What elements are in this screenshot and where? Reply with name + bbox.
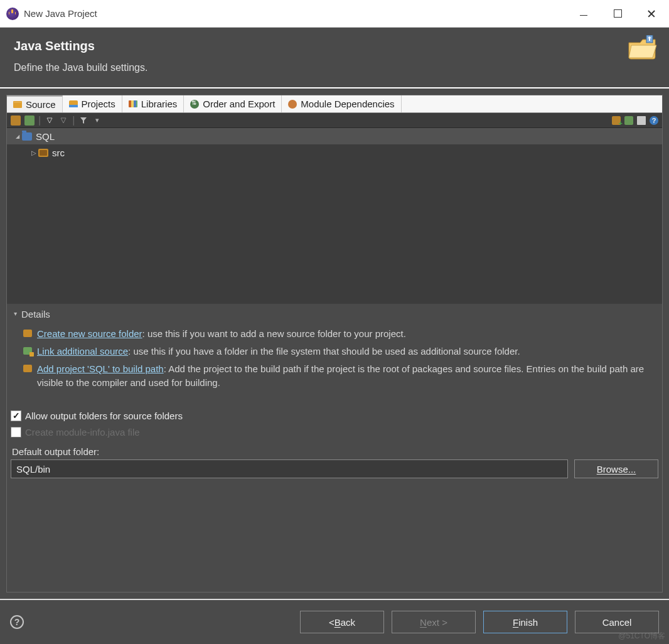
projects-tab-icon bbox=[69, 100, 78, 107]
titlebar: New Java Project bbox=[0, 0, 669, 28]
window-title: New Java Project bbox=[24, 8, 576, 19]
checkbox-create-moduleinfo: Create module-info.java file bbox=[11, 424, 658, 440]
order-tab-icon bbox=[190, 100, 199, 109]
libraries-tab-icon bbox=[129, 100, 137, 107]
finish-button[interactable]: Finish bbox=[483, 611, 567, 633]
link-source-icon[interactable] bbox=[24, 115, 35, 126]
default-output-field[interactable] bbox=[11, 459, 568, 478]
default-output-label: Default output folder: bbox=[12, 446, 658, 457]
link-additional-source[interactable]: Link additional source bbox=[37, 346, 128, 357]
details-heading[interactable]: Details bbox=[14, 309, 655, 319]
minimize-button[interactable] bbox=[576, 6, 591, 21]
expand-icon[interactable] bbox=[13, 134, 22, 139]
tab-order-export[interactable]: Order and Export bbox=[184, 95, 282, 112]
maximize-button[interactable] bbox=[610, 6, 625, 21]
link-create-source-folder[interactable]: Create new source folder bbox=[37, 328, 142, 339]
link-source-small-icon bbox=[23, 347, 32, 355]
page-title: Java Settings bbox=[14, 39, 655, 53]
browse-button[interactable]: Browse... bbox=[574, 459, 658, 478]
tab-libraries-label: Libraries bbox=[141, 99, 178, 109]
checkbox-allow-output[interactable]: Allow output folders for source folders bbox=[11, 407, 658, 424]
detail-create-source: Create new source folder: use this if yo… bbox=[23, 327, 655, 341]
detail-add-buildpath: Add project 'SQL' to build path: Add the… bbox=[23, 362, 655, 390]
detail-link-source-text: : use this if you have a folder in the f… bbox=[128, 346, 520, 357]
checkbox-icon bbox=[11, 427, 21, 437]
page-subtitle: Define the Java build settings. bbox=[14, 62, 655, 73]
tabstrip: Source Projects Libraries Order and Expo… bbox=[7, 95, 662, 113]
buildpath-icon bbox=[23, 365, 32, 372]
filter-icon[interactable] bbox=[78, 115, 88, 126]
wizard-header: Java Settings Define the Java build sett… bbox=[0, 28, 669, 89]
details-section: Details Create new source folder: use th… bbox=[7, 304, 662, 404]
tab-projects-label: Projects bbox=[82, 99, 115, 109]
new-folder-icon bbox=[23, 330, 32, 337]
source-tab-icon bbox=[13, 101, 22, 108]
toggle-icon[interactable] bbox=[45, 115, 55, 126]
help-icon[interactable]: ? bbox=[650, 116, 658, 125]
wizard-button-bar: ? < Back Next > Finish Cancel bbox=[0, 599, 669, 644]
source-folder-icon bbox=[38, 149, 48, 157]
output-row: Browse... bbox=[11, 459, 658, 478]
next-button: Next > bbox=[392, 611, 476, 633]
source-tree[interactable]: SQL src bbox=[7, 128, 662, 304]
tab-module-label: Module Dependencies bbox=[301, 99, 394, 109]
options-section: Allow output folders for source folders … bbox=[7, 404, 662, 478]
project-icon bbox=[22, 132, 32, 141]
close-button[interactable] bbox=[644, 6, 659, 21]
checkbox-icon[interactable] bbox=[11, 411, 21, 421]
add-folder-icon[interactable] bbox=[612, 116, 621, 125]
window-controls bbox=[576, 6, 659, 21]
build-path-panel: Source Projects Libraries Order and Expo… bbox=[6, 95, 663, 593]
create-moduleinfo-label: Create module-info.java file bbox=[25, 427, 140, 437]
expand-icon[interactable] bbox=[29, 149, 38, 156]
tree-project-node[interactable]: SQL bbox=[7, 128, 662, 144]
module-tab-icon bbox=[288, 100, 297, 109]
detail-link-source: Link additional source: use this if you … bbox=[23, 345, 655, 358]
tab-projects[interactable]: Projects bbox=[63, 95, 122, 112]
browse-label: Browse... bbox=[597, 464, 636, 475]
content-area: Source Projects Libraries Order and Expo… bbox=[0, 89, 669, 599]
view-menu-icon[interactable] bbox=[92, 115, 102, 126]
tree-src-node[interactable]: src bbox=[7, 144, 662, 161]
cancel-button[interactable]: Cancel bbox=[575, 611, 659, 633]
new-source-folder-icon[interactable] bbox=[11, 115, 21, 126]
tab-source-label: Source bbox=[26, 99, 56, 110]
tree-src-label: src bbox=[52, 148, 65, 158]
toggle2-icon[interactable] bbox=[58, 115, 68, 126]
allow-output-label: Allow output folders for source folders bbox=[25, 411, 183, 421]
help-button[interactable]: ? bbox=[10, 615, 24, 629]
wizard-folder-icon bbox=[628, 35, 658, 60]
eclipse-icon bbox=[6, 8, 19, 20]
tab-source[interactable]: Source bbox=[7, 95, 63, 112]
tab-order-label: Order and Export bbox=[203, 99, 275, 109]
detail-create-source-text: : use this if you want to add a new sour… bbox=[142, 328, 406, 339]
link-add-project-buildpath[interactable]: Add project 'SQL' to build path bbox=[37, 363, 164, 374]
link-folder-icon[interactable] bbox=[624, 116, 633, 125]
tab-module-dependencies[interactable]: Module Dependencies bbox=[282, 95, 401, 112]
tab-libraries[interactable]: Libraries bbox=[122, 95, 185, 112]
back-button[interactable]: < Back bbox=[300, 611, 384, 633]
watermark: @51CTO博客 bbox=[618, 631, 665, 641]
edit-icon[interactable] bbox=[637, 116, 646, 125]
tree-project-label: SQL bbox=[36, 131, 55, 142]
source-toolbar: | | ? bbox=[7, 113, 662, 128]
